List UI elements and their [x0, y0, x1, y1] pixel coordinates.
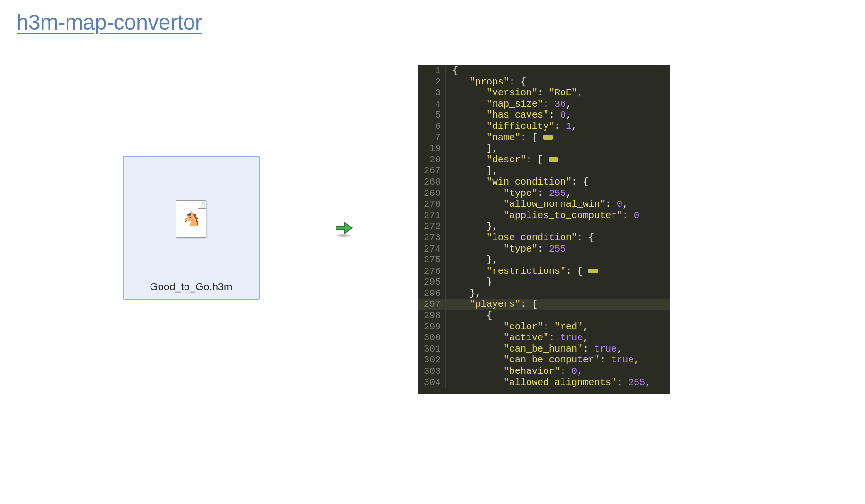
code-line[interactable]: 296 }, — [418, 288, 670, 299]
token-indent — [453, 165, 487, 176]
token-punct: , — [583, 321, 588, 332]
code-line[interactable]: 295 } — [418, 277, 670, 288]
token-key: "props" — [470, 76, 509, 87]
code-line[interactable]: 299 "color": "red", — [418, 321, 670, 333]
code-line[interactable]: 268 "win_condition": { — [418, 176, 670, 188]
token-key: "allowed_alignments" — [504, 377, 617, 388]
token-indent — [453, 288, 470, 299]
code-line[interactable]: 304 "allowed_alignments": 255, — [418, 377, 670, 388]
code-line[interactable]: 301 "can_be_human": true, — [418, 344, 670, 355]
token-punct: : { — [577, 232, 594, 243]
fold-marker-icon[interactable] — [588, 269, 598, 273]
token-num: 0 — [617, 199, 622, 210]
code-line[interactable]: 270 "allow_normal_win": 0, — [418, 199, 670, 210]
code-line[interactable]: 20 "descr": [ — [418, 154, 670, 166]
line-number: 6 — [418, 121, 446, 132]
token-key: "players" — [470, 299, 521, 310]
file-icon-wrap: 🐴 — [176, 157, 206, 281]
code-line[interactable]: 297 "players": [ — [418, 299, 670, 310]
token-punct: : — [583, 344, 594, 354]
line-number: 299 — [418, 321, 446, 333]
line-number: 300 — [418, 332, 446, 344]
code-line[interactable]: 300 "active": true, — [418, 332, 670, 344]
token-punct: : — [549, 109, 560, 120]
code-line[interactable]: 274 "type": 255 — [418, 244, 670, 255]
token-key: "difficulty" — [487, 121, 554, 132]
code-line[interactable]: 271 "applies_to_computer": 0 — [418, 210, 670, 221]
code-line[interactable]: 1{ — [418, 65, 670, 76]
line-number: 304 — [418, 377, 446, 388]
code-line[interactable]: 5 "has_caves": 0, — [418, 109, 670, 121]
token-punct: : — [622, 210, 634, 221]
token-num: 1 — [566, 121, 571, 132]
code-line[interactable]: 267 ], — [418, 165, 670, 176]
token-indent — [453, 176, 487, 187]
code-line[interactable]: 298 { — [418, 310, 670, 321]
token-punct: } — [487, 277, 492, 287]
code-line[interactable]: 7 "name": [ — [418, 132, 670, 143]
token-key: "restrictions" — [487, 266, 566, 277]
token-key: "color" — [504, 321, 543, 332]
fold-marker-icon[interactable] — [549, 157, 558, 162]
file-name-label: Good_to_Go.h3m — [150, 281, 233, 293]
code-line[interactable]: 303 "behavior": 0, — [418, 366, 670, 377]
token-key: "allow_normal_win" — [504, 199, 605, 210]
line-number: 271 — [418, 210, 446, 221]
token-punct: , — [577, 366, 583, 377]
code-line[interactable]: 269 "type": 255, — [418, 188, 670, 199]
code-line[interactable]: 302 "can_be_computer": true, — [418, 354, 670, 366]
token-punct: ], — [487, 143, 498, 154]
code-line[interactable]: 3 "version": "RoE", — [418, 87, 670, 99]
code-content: "can_be_computer": true, — [446, 354, 639, 366]
code-line[interactable]: 2 "props": { — [418, 76, 670, 88]
token-punct: { — [453, 65, 458, 76]
code-content: "map_size": 36, — [446, 99, 571, 110]
token-key: "version" — [487, 87, 537, 98]
code-line[interactable]: 273 "lose_condition": { — [418, 232, 670, 244]
token-indent — [453, 221, 487, 232]
token-key: "active" — [504, 332, 549, 343]
code-content: "lose_condition": { — [446, 232, 594, 244]
token-punct: , — [634, 354, 639, 365]
code-line[interactable]: 275 }, — [418, 254, 670, 266]
token-indent — [453, 232, 487, 243]
code-line[interactable]: 19 ], — [418, 143, 670, 154]
line-number: 1 — [418, 65, 446, 76]
token-punct: , — [622, 199, 628, 210]
token-punct: : — [600, 354, 611, 365]
token-key: "lose_condition" — [487, 232, 577, 243]
token-num: 255 — [628, 377, 645, 388]
code-line[interactable]: 272 }, — [418, 221, 670, 232]
token-key: "has_caves" — [487, 109, 549, 120]
token-bool: true — [594, 344, 617, 354]
token-indent — [453, 332, 504, 343]
code-content: } — [446, 277, 492, 288]
code-content: ], — [446, 165, 498, 176]
token-punct: ], — [487, 165, 498, 176]
token-punct: : — [543, 99, 554, 109]
token-punct: : — [549, 332, 560, 343]
token-str: "RoE" — [549, 87, 577, 98]
token-indent — [453, 354, 504, 365]
code-content: { — [446, 310, 492, 321]
code-line[interactable]: 4 "map_size": 36, — [418, 99, 670, 110]
code-line[interactable]: 6 "difficulty": 1, — [418, 121, 670, 132]
token-key: "map_size" — [487, 99, 543, 109]
code-content: "restrictions": { — [446, 266, 598, 277]
arrow-right-icon — [334, 219, 354, 239]
token-indent — [453, 310, 487, 321]
document-icon: 🐴 — [176, 200, 206, 238]
code-line[interactable]: 276 "restrictions": { — [418, 266, 670, 277]
code-editor[interactable]: 1{2 "props": {3 "version": "RoE",4 "map_… — [418, 65, 670, 394]
page-title[interactable]: h3m-map-convertor — [17, 9, 202, 35]
fold-marker-icon[interactable] — [543, 135, 553, 140]
file-tile[interactable]: 🐴 Good_to_Go.h3m — [123, 156, 260, 300]
line-number: 301 — [418, 344, 446, 355]
token-indent — [453, 99, 487, 109]
token-indent — [453, 266, 487, 277]
token-indent — [453, 87, 487, 98]
svg-point-1 — [337, 234, 350, 237]
token-indent — [453, 244, 504, 254]
line-number: 273 — [418, 232, 446, 244]
token-num: 36 — [554, 99, 566, 109]
